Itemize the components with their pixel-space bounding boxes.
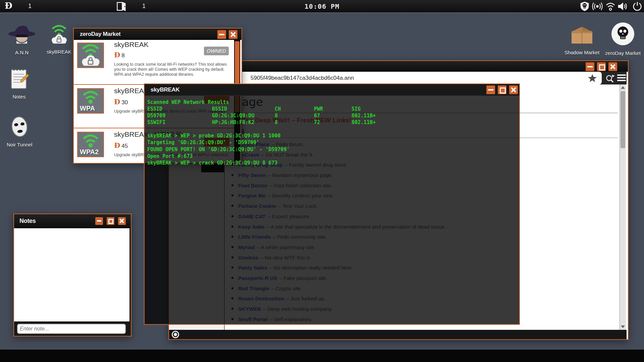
dosh-currency-icon: Ð	[114, 51, 120, 59]
column-header: BSSID	[212, 106, 227, 112]
desktop-icon-zeroday-market[interactable]: zeroDay Market	[604, 21, 641, 56]
item-price: Ð30	[114, 98, 128, 106]
hacker-avatar-icon	[8, 23, 36, 46]
minimize-button[interactable]	[217, 30, 226, 39]
menu-hamburger-icon[interactable]	[617, 74, 626, 82]
bookmark-star-icon[interactable]	[588, 74, 597, 82]
market-window-title: zeroDay Market	[80, 31, 120, 38]
terminal-window-title: skyBREAK	[151, 86, 179, 93]
wpa2-item-icon: WPA2	[77, 132, 104, 157]
terminal-output-line: Targeting 'GD:2G:3C:Q9:DU' - 'D59709'	[147, 139, 259, 145]
desktop: Ð 1 1 10:06 PM	[0, 0, 644, 362]
record-icon[interactable]	[172, 331, 179, 338]
desktop-icon-noir-tunnel[interactable]: Noir Tunnel	[3, 116, 36, 147]
wpa-icon-label: WPA	[80, 105, 95, 112]
scroll-up-arrow[interactable]	[621, 86, 625, 89]
network-bssid: GD:2G:3C:Q9:DU	[212, 113, 254, 119]
desktop-icon-notes[interactable]: Notes	[4, 67, 34, 100]
maximize-button[interactable]	[498, 85, 506, 94]
close-button[interactable]	[118, 217, 126, 225]
desktop-icon-label: Shadow Market	[564, 50, 600, 55]
notes-window-title: Notes	[19, 218, 36, 225]
power-icon[interactable]	[632, 1, 643, 11]
terminal-output-line: Open Port #:673	[147, 153, 193, 159]
bottom-bar	[0, 350, 644, 362]
minimize-button[interactable]	[586, 62, 594, 71]
notes-titlebar[interactable]: Notes	[14, 214, 131, 228]
wifi-icon[interactable]	[605, 1, 616, 11]
inspect-magnifier-icon[interactable]	[605, 74, 615, 83]
network-essid: D59709	[147, 113, 165, 119]
terminal-command-line: skyBREAK > WEP > probe GD:2G:3C:Q9:DU 1 …	[147, 133, 280, 139]
desktop-icon-skybreak[interactable]: skyBREAK	[43, 24, 75, 55]
column-header: SIG	[352, 106, 361, 112]
minimize-button[interactable]	[486, 85, 495, 94]
minimize-button[interactable]	[95, 217, 103, 225]
item-name: skyBREAK	[114, 41, 149, 49]
notes-content-area[interactable]	[14, 228, 129, 321]
wifi-cloud-lock-icon	[48, 24, 70, 45]
clock: 10:06 PM	[0, 2, 644, 10]
desktop-icon-label: Noir Tunnel	[3, 142, 36, 147]
item-description: Looking to crack some local Wi-Fi networ…	[114, 62, 232, 77]
notes-window: Notes	[13, 214, 131, 337]
skybreak-item-icon	[77, 43, 104, 68]
desktop-icon-label: Notes	[4, 94, 34, 100]
desktop-icon-label: zeroDay Market	[604, 50, 641, 56]
volume-icon[interactable]	[618, 1, 628, 11]
notepad-icon	[9, 67, 29, 90]
network-channel: 8	[275, 113, 278, 119]
terminal-command-line: skyBREAK > WEP > crack GD:2G:3C:Q9:DU 8 …	[147, 160, 277, 166]
terminal-output-line: FOUND OPEN PORT! ON 'GD:2G:3C:Q9:DU' - '…	[147, 146, 289, 153]
dosh-currency-icon: Ð	[114, 141, 120, 149]
skull-icon	[610, 21, 635, 46]
scrollbar-thumb[interactable]	[621, 91, 625, 148]
wpa2-icon-label: WPA2	[80, 148, 99, 156]
network-signal: 802.11B+	[352, 113, 376, 119]
network-bssid: HP:JG:HB:F8:K2	[212, 119, 254, 125]
network-power: 72	[314, 119, 320, 125]
cardboard-box-icon	[569, 24, 595, 46]
network-power: 67	[314, 113, 320, 119]
desktop-icon-label: skyBREAK	[43, 49, 75, 55]
column-header: CH	[275, 106, 281, 112]
shield-skull-icon[interactable]	[579, 1, 590, 11]
column-header: ESSID	[147, 106, 162, 112]
url-text: 5905f49beac9b147ca3d4acbd6c04a.ann	[251, 75, 354, 81]
dosh-currency-icon: Ð	[114, 98, 120, 106]
market-titlebar[interactable]: zeroDay Market	[74, 28, 241, 40]
owned-badge: OWNED	[204, 47, 229, 55]
item-price: Ð45	[114, 141, 128, 149]
top-status-bar: Ð 1 1 10:06 PM	[0, 0, 644, 13]
desktop-icon-ann[interactable]: A.N.N	[3, 23, 40, 55]
signal-broadcast-icon[interactable]	[591, 1, 604, 11]
network-channel: 8	[275, 119, 278, 125]
mask-icon	[10, 116, 29, 138]
maximize-button[interactable]	[597, 62, 606, 71]
item-price: Ð8	[114, 51, 125, 59]
close-button[interactable]	[229, 30, 237, 39]
terminal-scan-header: Scanned WEP Network Results	[147, 99, 229, 105]
scroll-down-arrow[interactable]	[621, 325, 625, 328]
desktop-icon-shadow-market[interactable]: Shadow Market	[564, 24, 600, 55]
wpa-item-icon: WPA	[77, 88, 104, 114]
network-essid: SSWIFI	[147, 119, 165, 125]
desktop-icon-label: A.N.N	[3, 50, 40, 55]
browser-scrollbar[interactable]	[620, 84, 626, 330]
browser-bottom-bar	[169, 330, 627, 339]
close-button[interactable]	[608, 62, 617, 71]
column-header: PWR	[314, 106, 323, 112]
skybreak-terminal-window: skyBREAK Scanned WEP Network Results ESS…	[144, 83, 520, 325]
network-signal: 802.11B+	[352, 119, 376, 125]
close-button[interactable]	[509, 85, 518, 94]
note-input[interactable]	[17, 324, 126, 334]
terminal-titlebar[interactable]: skyBREAK	[145, 84, 519, 96]
maximize-button[interactable]	[107, 217, 114, 225]
market-item-skybreak[interactable]: skyBREAK Ð8 Looking to crack some local …	[74, 40, 234, 84]
